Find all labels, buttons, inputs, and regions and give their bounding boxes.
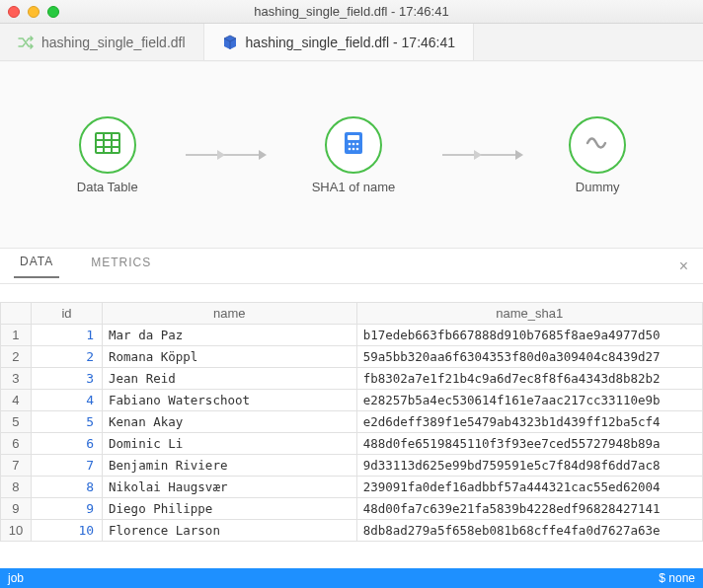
svg-point-4: [352, 143, 355, 146]
titlebar: hashing_single_field.dfl - 17:46:41: [0, 0, 703, 24]
cell-name[interactable]: Benjamin Riviere: [103, 455, 357, 477]
svg-rect-2: [348, 135, 359, 140]
cell-name-sha1[interactable]: 8db8ad279a5f658eb081b68cffe4fa0d7627a63e: [356, 520, 702, 542]
table-row[interactable]: 99Diego Philippe48d00fa7c639e21fa5839b42…: [1, 498, 703, 520]
grid-corner: [1, 303, 32, 325]
node-label: Dummy: [576, 180, 620, 194]
cell-name[interactable]: Fabiano Waterschoot: [103, 390, 357, 411]
row-number: 2: [1, 346, 32, 368]
row-number: 7: [1, 455, 32, 477]
row-number: 5: [1, 411, 32, 433]
cell-id[interactable]: 8: [31, 477, 102, 498]
tab-hashing-file[interactable]: hashing_single_field.dfl: [0, 24, 204, 60]
node-circle: [569, 116, 626, 174]
cell-name-sha1[interactable]: 239091fa0def16adbbf57a444321cac55ed62004: [356, 477, 702, 498]
cell-name[interactable]: Jean Reid: [103, 368, 357, 390]
status-bar: job $ none: [0, 568, 703, 588]
cell-name[interactable]: Diego Philippe: [103, 498, 357, 520]
table-row[interactable]: 1010Florence Larson8db8ad279a5f658eb081b…: [1, 520, 703, 542]
cell-name-sha1[interactable]: 488d0fe6519845110f3f93ee7ced55727948b89a: [356, 433, 702, 455]
table-row[interactable]: 22Romana Köppl59a5bb320aa6f6304353f80d0a…: [1, 346, 703, 368]
table-row[interactable]: 77Benjamin Riviere9d33113d625e99bd759591…: [1, 455, 703, 477]
svg-point-5: [356, 143, 359, 146]
node-label: SHA1 of name: [312, 180, 396, 194]
row-number: 9: [1, 498, 32, 520]
document-tabs: hashing_single_field.dfl hashing_single_…: [0, 24, 703, 61]
svg-point-7: [352, 148, 355, 151]
table-row[interactable]: 44Fabiano Waterschoote28257b5a4ec530614f…: [1, 390, 703, 411]
table-row[interactable]: 66Dominic Li488d0fe6519845110f3f93ee7ced…: [1, 433, 703, 455]
cell-name-sha1[interactable]: 59a5bb320aa6f6304353f80d0a309404c8439d27: [356, 346, 702, 368]
svg-point-3: [349, 143, 352, 146]
cell-name-sha1[interactable]: fb8302a7e1f21b4c9a6d7ec8f8f6a4343d8b82b2: [356, 368, 702, 390]
wave-icon: [584, 129, 611, 160]
table-row[interactable]: 88Nikolai Haugsvær239091fa0def16adbbf57a…: [1, 477, 703, 498]
cell-name-sha1[interactable]: e2d6deff389f1e5479ab4323b1d439ff12ba5cf4: [356, 411, 702, 433]
node-circle: [325, 116, 382, 174]
cell-id[interactable]: 10: [31, 520, 102, 542]
calculator-icon: [340, 129, 367, 160]
close-panel-button[interactable]: ×: [679, 257, 689, 275]
node-label: Data Table: [77, 180, 138, 194]
svg-point-8: [356, 148, 359, 151]
node-dummy[interactable]: Dummy: [569, 116, 626, 194]
cell-name[interactable]: Mar da Paz: [103, 325, 357, 346]
cell-name-sha1[interactable]: 48d00fa7c639e21fa5839b4228edf96828427141: [356, 498, 702, 520]
svg-rect-0: [96, 133, 119, 153]
status-right: $ none: [659, 571, 695, 585]
tab-label: hashing_single_field.dfl: [41, 35, 186, 50]
cell-id[interactable]: 7: [31, 455, 102, 477]
flow-arrow: [442, 154, 521, 156]
table-row[interactable]: 11Mar da Pazb17edeb663fb667888d910b7685f…: [1, 325, 703, 346]
cell-name-sha1[interactable]: 9d33113d625e99bd759591e5c7f84d98f6dd7ac8: [356, 455, 702, 477]
cell-id[interactable]: 2: [31, 346, 102, 368]
cell-id[interactable]: 4: [31, 390, 102, 411]
node-circle: [79, 116, 136, 174]
cell-id[interactable]: 1: [31, 325, 102, 346]
shuffle-icon: [18, 35, 34, 50]
cell-name[interactable]: Nikolai Haugsvær: [103, 477, 357, 498]
tab-label: hashing_single_field.dfl - 17:46:41: [246, 35, 456, 50]
table-row[interactable]: 55Kenan Akaye2d6deff389f1e5479ab4323b1d4…: [1, 411, 703, 433]
node-data-table[interactable]: Data Table: [77, 116, 138, 194]
minimize-window-button[interactable]: [28, 6, 39, 18]
row-number: 6: [1, 433, 32, 455]
subtab-data[interactable]: DATA: [14, 255, 59, 278]
subtab-metrics[interactable]: METRICS: [85, 256, 157, 277]
window-controls: [8, 6, 59, 18]
panel-tabs: DATA METRICS ×: [0, 249, 703, 284]
row-number: 4: [1, 390, 32, 411]
data-grid-container: id name name_sha1 11Mar da Pazb17edeb663…: [0, 284, 703, 568]
zoom-window-button[interactable]: [47, 6, 59, 18]
tab-hashing-run[interactable]: hashing_single_field.dfl - 17:46:41: [204, 24, 475, 60]
cube-icon: [222, 35, 238, 50]
cell-name[interactable]: Kenan Akay: [103, 411, 357, 433]
cell-name-sha1[interactable]: e28257b5a4ec530614f161e7aac217cc33110e9b: [356, 390, 702, 411]
row-number: 10: [1, 520, 32, 542]
cell-name[interactable]: Florence Larson: [103, 520, 357, 542]
cell-id[interactable]: 5: [31, 411, 102, 433]
cell-id[interactable]: 9: [31, 498, 102, 520]
table-row[interactable]: 33Jean Reidfb8302a7e1f21b4c9a6d7ec8f8f6a…: [1, 368, 703, 390]
column-header-name[interactable]: name: [103, 303, 357, 325]
close-window-button[interactable]: [8, 6, 20, 18]
column-header-name-sha1[interactable]: name_sha1: [356, 303, 702, 325]
cell-name[interactable]: Dominic Li: [103, 433, 357, 455]
row-number: 3: [1, 368, 32, 390]
window-title: hashing_single_field.dfl - 17:46:41: [0, 4, 703, 19]
column-header-id[interactable]: id: [31, 303, 102, 325]
data-grid[interactable]: id name name_sha1 11Mar da Pazb17edeb663…: [0, 302, 703, 542]
flow-arrow: [186, 154, 265, 156]
cell-name[interactable]: Romana Köppl: [103, 346, 357, 368]
svg-point-6: [349, 148, 352, 151]
node-sha1[interactable]: SHA1 of name: [312, 116, 396, 194]
cell-name-sha1[interactable]: b17edeb663fb667888d910b7685f8ae9a4977d50: [356, 325, 702, 346]
table-icon: [94, 129, 121, 160]
status-left: job: [8, 571, 24, 585]
cell-id[interactable]: 6: [31, 433, 102, 455]
flow-canvas[interactable]: Data Table SHA1 of name Dummy: [0, 61, 703, 249]
row-number: 8: [1, 477, 32, 498]
row-number: 1: [1, 325, 32, 346]
cell-id[interactable]: 3: [31, 368, 102, 390]
